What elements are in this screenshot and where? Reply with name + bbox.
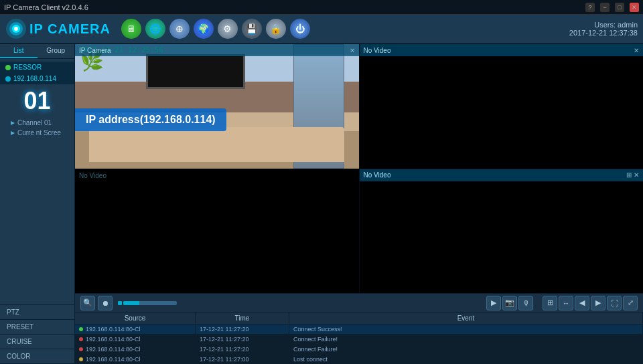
channel-number: 01: [0, 84, 74, 118]
monitor-button[interactable]: 🖥: [121, 19, 141, 39]
current-screen-label: Curre nt Scree: [17, 129, 61, 136]
cell-4-label: No Video: [364, 171, 391, 179]
log-status-dot: [79, 327, 83, 331]
grid-btn[interactable]: ⊞: [543, 296, 557, 310]
record-toolbar-btn[interactable]: ⏺: [98, 296, 113, 310]
video-cell-1: IP Camera ✕ 🌿 2017-12-21 12:25:56: [75, 44, 359, 169]
layout-controls: ⊞ ↔ ◀ ▶ ⛶ ⤢: [543, 296, 638, 310]
device-item-ip[interactable]: 192.168.0.114: [0, 73, 74, 84]
playback-controls: ▶ 📷 🎙: [486, 296, 533, 310]
camera-feed-1: 🌿 2017-12-21 12:25:56 IP address(192.168…: [75, 44, 359, 169]
log-event: Connect Failure!: [289, 345, 643, 354]
device-ip: 192.168.0.114: [13, 75, 56, 82]
tab-group[interactable]: Group: [38, 44, 75, 58]
users-label: Users: admin: [569, 21, 638, 29]
log-source: 192.168.0.114:80-Cl: [75, 335, 196, 344]
video-grid: IP Camera ✕ 🌿 2017-12-21 12:25:56: [75, 44, 643, 293]
ip-address-banner: IP address(192.168.0.114): [75, 108, 226, 131]
video-cell-2-header: No Video ✕: [360, 44, 644, 56]
channel-01-item[interactable]: ▶ Channel 01: [0, 118, 74, 128]
storage-button[interactable]: 💾: [242, 19, 262, 39]
video-cell-2: No Video ✕: [360, 44, 644, 169]
log-table-header: Source Time Event: [75, 312, 643, 325]
sidebar-bottom: PTZ PRESET CRUISE COLOR: [0, 304, 74, 364]
log-time: 17-12-21 11:27:20: [196, 325, 289, 334]
network-button[interactable]: 🌍: [194, 19, 214, 39]
col-event: Event: [289, 312, 643, 324]
sidebar-tabs: List Group: [0, 44, 74, 59]
swap-btn[interactable]: ↔: [559, 296, 573, 310]
channel-01-label: Channel 01: [17, 119, 52, 126]
header: IP CAMERA 🖥 🌐 ⊕ 🌍 ⚙ 💾 🔒 ⏻ Users: admin 2…: [0, 15, 643, 44]
log-source: 192.168.0.114:80-Cl: [75, 345, 196, 354]
log-rows: 192.168.0.114:80-Cl17-12-21 11:27:20Conn…: [75, 325, 643, 364]
cell-1-label: IP Camera: [79, 47, 111, 54]
fullscreen-btn[interactable]: ⛶: [607, 296, 622, 310]
cell-1-close[interactable]: ✕: [350, 47, 355, 54]
preset-button[interactable]: PRESET: [0, 320, 74, 335]
datetime-label: 2017-12-21 12:37:38: [569, 29, 638, 37]
close-button[interactable]: ✕: [630, 3, 639, 12]
svg-point-3: [14, 27, 18, 31]
log-status-dot: [79, 337, 83, 341]
log-area: Source Time Event 192.168.0.114:80-Cl17-…: [75, 312, 643, 364]
log-status-dot: [79, 357, 83, 361]
target-button[interactable]: ⊕: [169, 19, 190, 39]
log-time: 17-12-21 11:27:20: [196, 335, 289, 344]
video-cell-4-header: No Video ⊞ ✕: [360, 169, 644, 181]
minimize-button[interactable]: −: [600, 3, 610, 12]
prev-btn[interactable]: ◀: [575, 296, 589, 310]
video-cell-3: No Video: [75, 169, 359, 294]
tv-decoration: [146, 54, 245, 89]
device-name: RESSOR: [13, 64, 42, 71]
ip-dot: [5, 76, 11, 82]
current-screen-item[interactable]: ▶ Curre nt Scree: [0, 128, 74, 138]
logo: IP CAMERA: [5, 18, 111, 39]
logo-text: IP CAMERA: [29, 21, 111, 37]
log-time: 17-12-21 11:27:20: [196, 345, 289, 354]
log-status-dot: [79, 347, 83, 351]
cruise-button[interactable]: CRUISE: [0, 335, 74, 349]
app-title: IP Camera Client v2.0.4.6: [4, 3, 88, 11]
logo-icon: [5, 18, 27, 39]
header-info: Users: admin 2017-12-21 12:37:38: [569, 21, 638, 37]
maximize-button[interactable]: □: [615, 3, 624, 12]
cell-3-no-video: No Video: [79, 172, 106, 179]
main-area: List Group RESSOR 192.168.0.114 01 ▶ Cha…: [0, 44, 643, 364]
help-button[interactable]: ?: [585, 3, 595, 12]
device-item-main[interactable]: RESSOR: [0, 62, 74, 73]
lock-button[interactable]: 🔒: [266, 19, 286, 39]
cell-2-label: No Video: [364, 47, 391, 54]
log-time: 17-12-21 11:27:00: [196, 355, 289, 364]
log-row[interactable]: 192.168.0.114:80-Cl17-12-21 11:27:20Conn…: [75, 335, 643, 345]
log-row[interactable]: 192.168.0.114:80-Cl17-12-21 11:27:20Conn…: [75, 325, 643, 335]
log-row[interactable]: 192.168.0.114:80-Cl17-12-21 11:27:00Lost…: [75, 355, 643, 364]
title-bar: IP Camera Client v2.0.4.6 ? − □ ✕: [0, 0, 643, 15]
status-dot: [5, 65, 11, 70]
play-btn[interactable]: ▶: [486, 296, 501, 310]
log-event: Connect Failure!: [289, 335, 643, 344]
col-time: Time: [196, 312, 289, 324]
camera-btn[interactable]: 📷: [502, 296, 517, 310]
video-cell-1-header: IP Camera ✕: [75, 44, 359, 56]
video-cell-4: No Video No Video ⊞ ✕: [360, 169, 644, 294]
mic-btn[interactable]: 🎙: [518, 296, 533, 310]
cell-2-close[interactable]: ✕: [634, 47, 639, 54]
config-button[interactable]: ⚙: [218, 19, 238, 39]
tab-list[interactable]: List: [0, 44, 38, 58]
col-source: Source: [75, 312, 196, 324]
next-btn[interactable]: ▶: [591, 296, 605, 310]
log-row[interactable]: 192.168.0.114:80-Cl17-12-21 11:27:20Conn…: [75, 345, 643, 355]
ptz-button[interactable]: PTZ: [0, 305, 74, 320]
sidebar: List Group RESSOR 192.168.0.114 01 ▶ Cha…: [0, 44, 75, 364]
globe-button[interactable]: 🌐: [145, 19, 165, 39]
device-list: RESSOR 192.168.0.114 01 ▶ Channel 01 ▶ C…: [0, 59, 74, 304]
sofa-decoration: [89, 127, 344, 162]
log-event: Lost connect: [289, 355, 643, 364]
cell-4-close[interactable]: ⊞ ✕: [626, 171, 639, 179]
video-toolbar: 🔍 ⏺ ▶ 📷 🎙 ⊞ ↔ ◀ ▶ ⛶ ⤢: [75, 293, 643, 312]
expand-btn[interactable]: ⤢: [623, 296, 638, 310]
power-button[interactable]: ⏻: [290, 19, 310, 39]
color-button[interactable]: COLOR: [0, 349, 74, 364]
search-toolbar-btn[interactable]: 🔍: [80, 296, 95, 310]
